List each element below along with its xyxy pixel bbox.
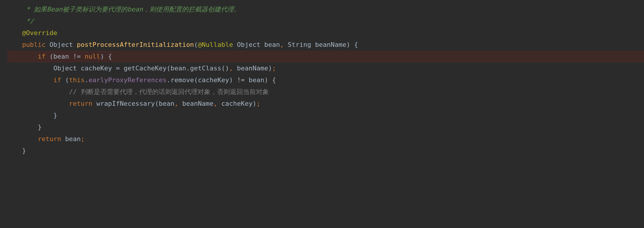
param-bean: Object bean	[233, 41, 280, 48]
remove-call: .remove(cacheKey)	[167, 76, 237, 84]
space	[81, 53, 85, 60]
code-line-return-wrap: return wrapIfNecessary(bean, beanName, c…	[9, 98, 644, 110]
javadoc-close: */	[22, 17, 34, 25]
code-line-comment: // 判断是否需要代理，代理的话则返回代理对象，否则返回当前对象	[9, 86, 644, 98]
comma: ,	[280, 41, 288, 48]
beanname-arg: beanName)	[237, 65, 272, 72]
condition-open: (bean	[45, 53, 73, 60]
code-line-close-brace-mid: }	[9, 121, 644, 133]
bean-close: bean) {	[245, 76, 276, 84]
bean-expr: bean	[61, 135, 80, 143]
code-line-if-null-check: if (bean != null) {	[0, 51, 644, 62]
param-beanname: String beanName	[288, 41, 346, 48]
comma2: ,	[229, 65, 237, 72]
code-line-annotation: @Override	[9, 27, 644, 39]
comma3: ,	[175, 100, 183, 107]
nullable-annotation: @Nullable	[198, 41, 233, 48]
dot: .	[85, 76, 88, 84]
wrap-call: wrapIfNecessary(bean	[92, 100, 174, 107]
cachekey-decl: Object cacheKey = getCacheKey(bean.getCl…	[53, 65, 229, 72]
null-keyword: null	[85, 53, 100, 60]
return-keyword2: return	[38, 135, 61, 143]
condition-close: ) {	[100, 53, 112, 60]
field-earlyproxyreferences: earlyProxyReferences	[88, 76, 167, 84]
editor-gutter	[0, 0, 7, 157]
return-keyword: return	[69, 100, 92, 107]
code-line-close-brace-inner: }	[9, 110, 644, 121]
override-annotation: @Override	[22, 29, 57, 37]
cachekey-arg: cacheKey)	[221, 100, 257, 107]
code-line-close-brace-outer: }	[9, 145, 644, 157]
code-line-method-signature: public Object postProcessAfterInitializa…	[9, 39, 644, 51]
method-name: postProcessAfterInitialization	[77, 41, 194, 48]
paren-open: (	[194, 41, 198, 48]
not-equals: !=	[73, 53, 81, 60]
beanname-arg2: beanName	[182, 100, 213, 107]
close-brace: }	[53, 112, 57, 119]
code-line-if-early-proxy: if (this.earlyProxyReferences.remove(cac…	[9, 74, 644, 86]
return-type: Object	[45, 41, 77, 48]
this-keyword: this	[69, 76, 85, 84]
comma4: ,	[213, 100, 221, 107]
code-editor[interactable]: * 如果Bean被子类标识为要代理的bean，则使用配置的拦截器创建代理。 */…	[0, 0, 644, 157]
code-line-return-bean: return bean;	[9, 133, 644, 145]
close-brace2: }	[38, 123, 42, 131]
paren-open2: (	[61, 76, 69, 84]
semicolon: ;	[272, 65, 276, 72]
if-keyword2: if	[53, 76, 61, 84]
semicolon2: ;	[257, 100, 260, 107]
code-line-javadoc: * 如果Bean被子类标识为要代理的bean，则使用配置的拦截器创建代理。	[9, 4, 644, 15]
not-equals2: !=	[237, 76, 245, 84]
code-line-cachekey: Object cacheKey = getCacheKey(bean.getCl…	[9, 62, 644, 74]
paren-close-brace: ) {	[346, 41, 358, 48]
line-comment-text: // 判断是否需要代理，代理的话则返回代理对象，否则返回当前对象	[69, 88, 269, 95]
code-line-javadoc-end: */	[9, 15, 644, 27]
semicolon3: ;	[81, 135, 85, 143]
public-keyword: public	[22, 41, 45, 48]
close-brace3: }	[22, 147, 26, 154]
if-keyword: if	[38, 53, 46, 60]
javadoc-text: * 如果Bean被子类标识为要代理的bean，则使用配置的拦截器创建代理。	[22, 6, 240, 13]
